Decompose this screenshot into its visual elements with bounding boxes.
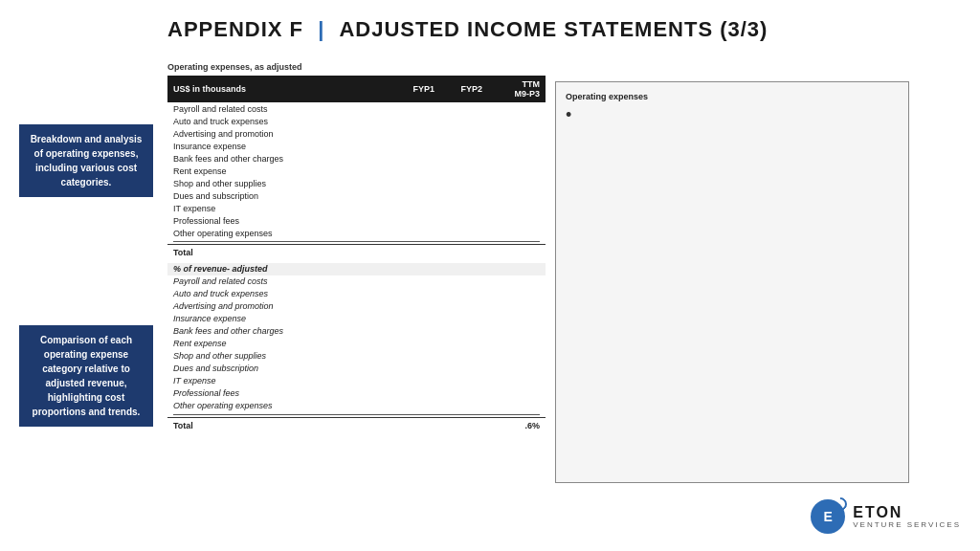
header-col-label: US$ in thousands (173, 84, 387, 94)
sidebar-box-1: Breakdown and analysis of operating expe… (19, 124, 153, 197)
table-section-1: Payroll and related costs Auto and truck… (167, 102, 546, 239)
title-prefix: APPENDIX F (167, 17, 303, 41)
total-row-2: Total .6% (167, 417, 546, 432)
title-suffix: ADJUSTED INCOME STATEMENTS (3/3) (339, 17, 768, 41)
table-row: Auto and truck expenses (167, 115, 546, 127)
sidebar-box-2: Comparison of each operating expense cat… (19, 325, 153, 427)
logo-name: ETON (853, 505, 961, 520)
table-row: Advertising and promotion (167, 300, 546, 313)
divider-line-2 (173, 414, 540, 415)
sidebar-box-2-text: Comparison of each operating expense cat… (33, 335, 141, 417)
table-row: Dues and subscription (167, 189, 546, 202)
section-label: Operating expenses, as adjusted (167, 62, 546, 72)
sidebar-box-1-text: Breakdown and analysis of operating expe… (31, 134, 143, 187)
chart-title: Operating expenses (566, 92, 899, 101)
table-header: US$ in thousands FYP1 FYP2 TTM M9-P3 (167, 76, 546, 102)
table-row: Advertising and promotion (167, 127, 546, 140)
title-separator: | (318, 17, 331, 41)
table-row: Rent expense (167, 165, 546, 177)
table-section-2: Payroll and related costs Auto and truck… (167, 276, 546, 412)
divider-line (173, 241, 540, 242)
table-row: Bank fees and other charges (167, 325, 546, 338)
table-row: Rent expense (167, 338, 546, 350)
logo-subtitle: VENTURE SERVICES (853, 520, 961, 529)
header-col-ttm: TTM M9-P3 (482, 79, 540, 99)
table-row: Payroll and related costs (167, 102, 546, 115)
logo-text-block: ETON VENTURE SERVICES (853, 505, 961, 529)
table-row: Professional fees (167, 214, 546, 227)
table-row: Bank fees and other charges (167, 152, 546, 165)
page: APPENDIX F | ADJUSTED INCOME STATEMENTS … (0, 0, 980, 551)
chart-box: Operating expenses • (555, 81, 909, 483)
section2-header: % of revenue- adjusted (167, 263, 546, 276)
table-row: Shop and other supplies (167, 350, 546, 363)
table-row: Insurance expense (167, 140, 546, 152)
table-row: Payroll and related costs (167, 276, 546, 288)
header-col-fyp1: FYP1 (387, 84, 434, 94)
logo: E ETON VENTURE SERVICES (811, 499, 961, 534)
total-row-1: Total (167, 244, 546, 259)
table-row: Dues and subscription (167, 363, 546, 375)
table-row: Professional fees (167, 387, 546, 400)
header-col-fyp2: FYP2 (434, 84, 482, 94)
logo-icon-container: E (811, 499, 845, 534)
main-table-area: Operating expenses, as adjusted US$ in t… (167, 62, 546, 431)
table-row: Insurance expense (167, 313, 546, 325)
table-row: IT expense (167, 202, 546, 214)
logo-letter: E (824, 509, 833, 524)
chart-dot: • (566, 105, 899, 125)
table-row: Auto and truck expenses (167, 288, 546, 300)
page-title: APPENDIX F | ADJUSTED INCOME STATEMENTS … (167, 17, 768, 42)
table-row: Other operating expenses (167, 227, 546, 239)
table-row: Shop and other supplies (167, 177, 546, 189)
table-row: IT expense (167, 375, 546, 387)
table-row: Other operating expenses (167, 400, 546, 412)
